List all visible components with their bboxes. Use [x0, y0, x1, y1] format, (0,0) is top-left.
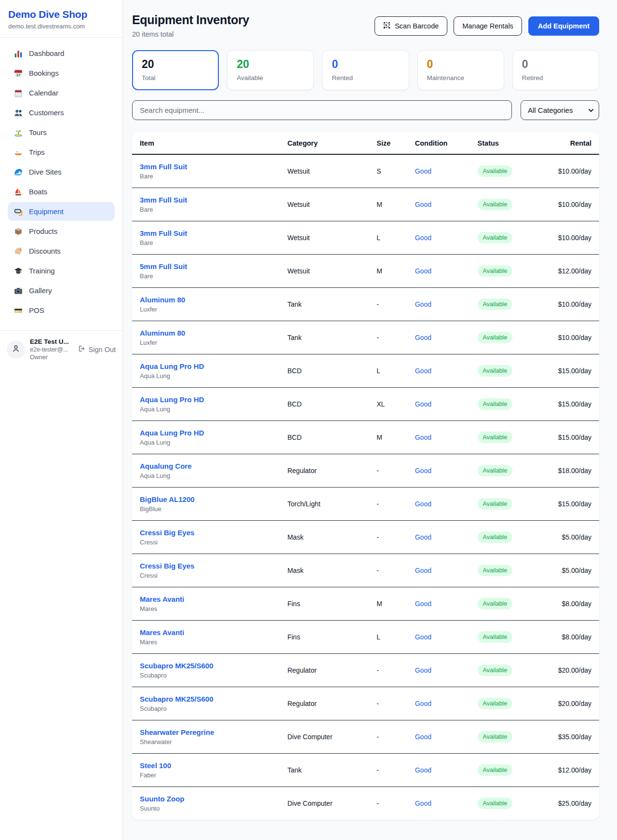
cell-status: Available	[470, 454, 540, 487]
stat-card-available[interactable]: 20Available	[227, 50, 314, 90]
condition-link[interactable]: Good	[415, 234, 431, 242]
item-name-link[interactable]: Aqua Lung Pro HD	[140, 429, 272, 437]
item-name-link[interactable]: 3mm Full Suit	[140, 163, 272, 171]
condition-link[interactable]: Good	[415, 600, 431, 608]
sidebar-item-dashboard[interactable]: Dashboard	[8, 44, 115, 63]
sidebar-item-gallery[interactable]: Gallery	[8, 281, 115, 300]
sidebar-item-bookings[interactable]: 17Bookings	[8, 64, 115, 82]
sidebar-item-discounts[interactable]: Discounts	[8, 242, 115, 260]
cell-size: L	[369, 221, 407, 254]
item-name-link[interactable]: Cressi Big Eyes	[140, 528, 272, 537]
stat-label: Total	[142, 74, 209, 81]
status-badge: Available	[478, 332, 513, 343]
sidebar-item-dive-sites[interactable]: Dive Sites	[8, 163, 115, 181]
cell-item: Aqua Lung Pro HDAqua Lung	[132, 354, 280, 387]
sign-out-button[interactable]: Sign Out	[78, 345, 116, 354]
status-badge: Available	[478, 698, 513, 709]
manage-rentals-button[interactable]: Manage Rentals	[454, 16, 522, 36]
status-badge: Available	[478, 798, 513, 809]
item-name-link[interactable]: Suunto Zoop	[140, 795, 272, 803]
condition-link[interactable]: Good	[415, 666, 431, 674]
sidebar-item-label: Training	[29, 267, 55, 275]
sidebar-item-customers[interactable]: Customers	[8, 103, 115, 122]
condition-link[interactable]: Good	[415, 567, 431, 574]
cell-category: Fins	[280, 587, 369, 620]
item-name-link[interactable]: Aqua Lung Pro HD	[140, 362, 272, 370]
sidebar-item-label: Equipment	[29, 207, 64, 216]
cell-status: Available	[470, 188, 540, 221]
item-name-link[interactable]: Scubapro MK25/S600	[140, 662, 272, 670]
item-name-link[interactable]: 3mm Full Suit	[140, 229, 272, 237]
item-name-link[interactable]: Mares Avanti	[140, 595, 272, 603]
item-name-link[interactable]: Shearwater Peregrine	[140, 728, 272, 736]
table-row: 5mm Full SuitBareWetsuitMGoodAvailable$1…	[132, 254, 599, 287]
item-name-link[interactable]: Aluminum 80	[140, 296, 272, 304]
cell-category: Wetsuit	[280, 221, 369, 254]
sidebar-item-tours[interactable]: Tours	[8, 123, 115, 142]
sidebar-item-trips[interactable]: Trips	[8, 143, 115, 162]
column-header-item: Item	[132, 132, 280, 154]
item-brand: Mares	[140, 638, 272, 646]
stat-card-total[interactable]: 20Total	[132, 50, 219, 90]
condition-link[interactable]: Good	[415, 500, 431, 508]
cell-rental: $15.00/day	[540, 420, 599, 454]
sidebar-item-label: Trips	[29, 148, 45, 156]
sidebar-item-training[interactable]: Training	[8, 261, 115, 280]
status-badge: Available	[478, 531, 513, 543]
cell-status: Available	[470, 587, 540, 620]
cell-status: Available	[470, 620, 540, 653]
item-name-link[interactable]: Aqua Lung Pro HD	[140, 395, 272, 404]
scan-barcode-button[interactable]: Scan Barcode	[375, 16, 447, 36]
add-equipment-button[interactable]: Add Equipment	[528, 16, 599, 36]
item-brand: Aqua Lung	[140, 472, 272, 479]
sidebar-item-products[interactable]: Products	[8, 222, 115, 241]
main-content: Equipment Inventory 20 items total Scan …	[123, 0, 617, 840]
cell-status: Available	[470, 753, 540, 786]
item-name-link[interactable]: 3mm Full Suit	[140, 196, 272, 204]
stat-card-rented[interactable]: 0Rented	[322, 50, 409, 90]
condition-link[interactable]: Good	[415, 434, 431, 441]
sidebar-item-pos[interactable]: POS	[8, 301, 115, 320]
item-name-link[interactable]: 5mm Full Suit	[140, 262, 272, 271]
condition-link[interactable]: Good	[415, 367, 431, 375]
cell-condition: Good	[407, 620, 470, 653]
sidebar: Demo Dive Shop demo.test.divestreams.com…	[0, 0, 123, 840]
sidebar-item-label: Calendar	[29, 89, 58, 97]
sidebar-item-boats[interactable]: Boats	[8, 182, 115, 201]
condition-link[interactable]: Good	[415, 201, 431, 208]
item-name-link[interactable]: Aluminum 80	[140, 329, 272, 337]
table-header-row: ItemCategorySizeConditionStatusRental	[132, 132, 599, 154]
condition-link[interactable]: Good	[415, 533, 431, 541]
sidebar-item-label: Tours	[29, 128, 47, 136]
condition-link[interactable]: Good	[415, 300, 431, 308]
stat-card-retired[interactable]: 0Retired	[512, 50, 599, 90]
condition-link[interactable]: Good	[415, 467, 431, 474]
condition-link[interactable]: Good	[415, 766, 431, 774]
item-name-link[interactable]: Mares Avanti	[140, 628, 272, 637]
cell-rental: $10.00/day	[540, 221, 599, 254]
item-name-link[interactable]: BigBlue AL1200	[140, 495, 272, 503]
condition-link[interactable]: Good	[415, 799, 431, 807]
category-select[interactable]: All Categories	[521, 100, 599, 120]
item-brand: Bare	[140, 272, 272, 280]
condition-link[interactable]: Good	[415, 700, 431, 707]
condition-link[interactable]: Good	[415, 334, 431, 341]
table-row: 3mm Full SuitBareWetsuitMGoodAvailable$1…	[132, 188, 599, 221]
item-name-link[interactable]: Aqualung Core	[140, 462, 272, 470]
diving-mask-icon	[13, 207, 23, 216]
condition-link[interactable]: Good	[415, 733, 431, 741]
condition-link[interactable]: Good	[415, 633, 431, 641]
sidebar-item-calendar[interactable]: Calendar	[8, 83, 115, 102]
cell-rental: $15.00/day	[540, 487, 599, 520]
shop-name: Demo Dive Shop	[8, 9, 114, 20]
stat-card-maintenance[interactable]: 0Maintenance	[417, 50, 504, 90]
condition-link[interactable]: Good	[415, 167, 431, 175]
item-name-link[interactable]: Cressi Big Eyes	[140, 562, 272, 570]
condition-link[interactable]: Good	[415, 267, 431, 275]
item-name-link[interactable]: Scubapro MK25/S600	[140, 695, 272, 703]
search-input[interactable]	[132, 100, 512, 120]
sidebar-item-equipment[interactable]: Equipment	[8, 202, 115, 221]
item-name-link[interactable]: Steel 100	[140, 761, 272, 770]
status-badge: Available	[478, 365, 513, 377]
condition-link[interactable]: Good	[415, 400, 431, 408]
